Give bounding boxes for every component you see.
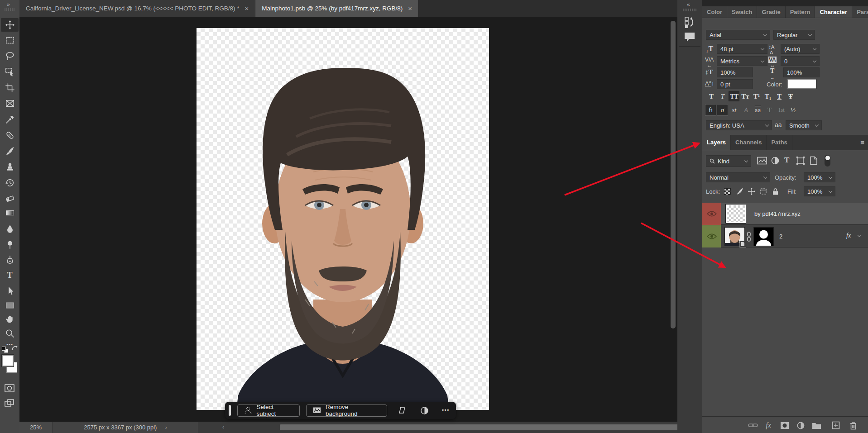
close-icon[interactable]: × (245, 5, 249, 12)
language-select[interactable]: English: USA (706, 120, 772, 130)
layer-row-selected[interactable]: by pdf417mrz.xyz (702, 203, 868, 225)
filter-toggle-switch[interactable] (825, 155, 830, 167)
lock-position-icon[interactable] (747, 186, 757, 197)
brush-tool[interactable] (4, 145, 15, 157)
small-caps-button[interactable]: Tᴛ (740, 91, 751, 101)
font-style-select[interactable]: Regular (773, 30, 815, 40)
layer-filter-select[interactable]: Kind (706, 155, 751, 167)
horizontal-scale-field[interactable]: 100% (783, 67, 820, 77)
faux-bold-button[interactable]: T (706, 91, 717, 101)
filter-shape-layers-icon[interactable] (796, 156, 805, 165)
anti-alias-select[interactable]: Smooth (786, 120, 822, 130)
tab-swatches[interactable]: Swatch (727, 6, 758, 18)
baseline-shift-field[interactable]: 0 pt (717, 79, 753, 89)
quick-mask-mode-button[interactable] (4, 384, 15, 393)
lasso-tool[interactable] (4, 50, 15, 62)
filter-adjustment-layers-icon[interactable] (771, 156, 780, 165)
faux-italic-button[interactable]: T (717, 91, 728, 101)
font-family-select[interactable]: Arial (706, 30, 770, 40)
eyedropper-tool[interactable] (4, 114, 15, 125)
blur-tool[interactable] (4, 223, 15, 234)
visibility-toggle[interactable] (702, 203, 721, 225)
doc-tab-california-license[interactable]: California_Driver_License_NEW.psd @ 16,7… (19, 0, 255, 17)
tab-character[interactable]: Character (815, 6, 852, 18)
zoom-level-field[interactable]: 25% (19, 422, 52, 433)
link-layers-icon[interactable] (748, 420, 758, 430)
close-icon[interactable]: × (408, 5, 412, 12)
rectangular-marquee-tool[interactable] (4, 34, 15, 46)
more-options-button[interactable]: ••• (442, 407, 450, 414)
layer-mask-thumbnail[interactable] (754, 228, 773, 246)
document-info[interactable]: 2575 px x 3367 px (300 ppi) › (53, 422, 198, 433)
history-brush-tool[interactable] (4, 177, 15, 188)
lock-transparency-icon[interactable] (722, 186, 732, 197)
hand-tool[interactable] (4, 314, 15, 325)
canvas-document[interactable] (197, 28, 489, 410)
contextual-alternates-button[interactable]: σ (717, 104, 728, 116)
fractions-button[interactable]: ½ (787, 104, 799, 116)
frame-tool[interactable] (4, 98, 15, 109)
lock-image-icon[interactable] (735, 186, 745, 197)
add-layer-mask-icon[interactable] (779, 420, 790, 430)
delete-layer-icon[interactable] (848, 420, 858, 430)
vertical-scale-field[interactable]: 100% (717, 67, 753, 77)
dock-grip[interactable] (683, 9, 696, 11)
tab-paragraph[interactable]: Paragra (852, 6, 868, 18)
layer-thumbnail-photo[interactable] (725, 228, 744, 246)
tab-paths[interactable]: Paths (767, 135, 792, 150)
layer-name[interactable]: 2 (779, 233, 782, 240)
eraser-tool[interactable] (4, 193, 15, 204)
superscript-button[interactable]: T¹ (751, 91, 762, 101)
object-selection-tool[interactable] (4, 66, 15, 77)
tab-patterns[interactable]: Pattern (786, 6, 815, 18)
path-selection-tool[interactable] (4, 285, 15, 296)
opacity-field[interactable]: 100% (804, 172, 835, 182)
tab-layers[interactable]: Layers (702, 135, 731, 150)
new-adjustment-layer-icon[interactable] (795, 420, 806, 430)
canvas-horizontal-scrollbar[interactable] (280, 424, 682, 430)
discretionary-ligatures-button[interactable]: st (729, 104, 740, 116)
subscript-button[interactable]: T₁ (762, 91, 773, 101)
filter-smart-objects-icon[interactable] (810, 156, 818, 165)
strikethrough-button[interactable]: Ŧ (785, 91, 796, 101)
history-panel-icon[interactable] (684, 16, 695, 28)
rectangle-tool[interactable] (4, 300, 15, 311)
tab-color[interactable]: Color (702, 6, 727, 18)
tracking-select[interactable]: 0 (781, 56, 820, 66)
transform-button[interactable] (397, 405, 407, 415)
filter-pixel-layers-icon[interactable] (757, 156, 767, 165)
crop-tool[interactable] (4, 82, 15, 93)
tab-channels[interactable]: Channels (731, 135, 767, 150)
remove-background-button[interactable]: Remove background (306, 404, 387, 417)
dodge-tool[interactable] (4, 239, 15, 250)
titling-alternates-button[interactable]: T (764, 104, 775, 116)
filter-type-layers-icon[interactable]: T (784, 156, 789, 165)
canvas-vertical-scrollbar[interactable] (671, 21, 676, 328)
pen-tool[interactable] (4, 254, 15, 266)
clone-stamp-tool[interactable] (4, 161, 15, 172)
visibility-toggle[interactable] (702, 225, 721, 247)
screen-mode-button[interactable] (4, 398, 15, 408)
comments-panel-icon[interactable] (684, 32, 695, 43)
taskbar-grip[interactable] (229, 405, 231, 416)
layer-effects-label[interactable]: fx (846, 232, 851, 239)
tab-gradients[interactable]: Gradie (757, 6, 785, 18)
default-colors-icon[interactable] (2, 347, 9, 354)
layer-style-icon[interactable]: fx (763, 420, 774, 430)
lock-all-icon[interactable] (770, 186, 780, 197)
new-group-icon[interactable] (811, 420, 822, 430)
mask-link-icon[interactable] (746, 232, 752, 242)
zoom-tool[interactable] (4, 328, 15, 339)
fx-expand-icon[interactable] (858, 233, 861, 237)
swap-colors-icon[interactable] (11, 346, 18, 352)
text-color-swatch[interactable] (787, 79, 817, 89)
toolbar-grip[interactable] (5, 8, 15, 11)
adjustments-button[interactable] (419, 405, 429, 415)
all-caps-button[interactable]: TT (729, 91, 739, 101)
font-size-select[interactable]: 48 pt (717, 44, 767, 54)
select-subject-button[interactable]: Select subject (237, 404, 300, 417)
ordinals-button[interactable]: 1st (776, 104, 787, 116)
dock-collapse-icon[interactable]: « (687, 1, 690, 8)
toolbar-expand-icon[interactable]: » (7, 1, 10, 8)
spot-healing-brush-tool[interactable] (4, 129, 15, 141)
